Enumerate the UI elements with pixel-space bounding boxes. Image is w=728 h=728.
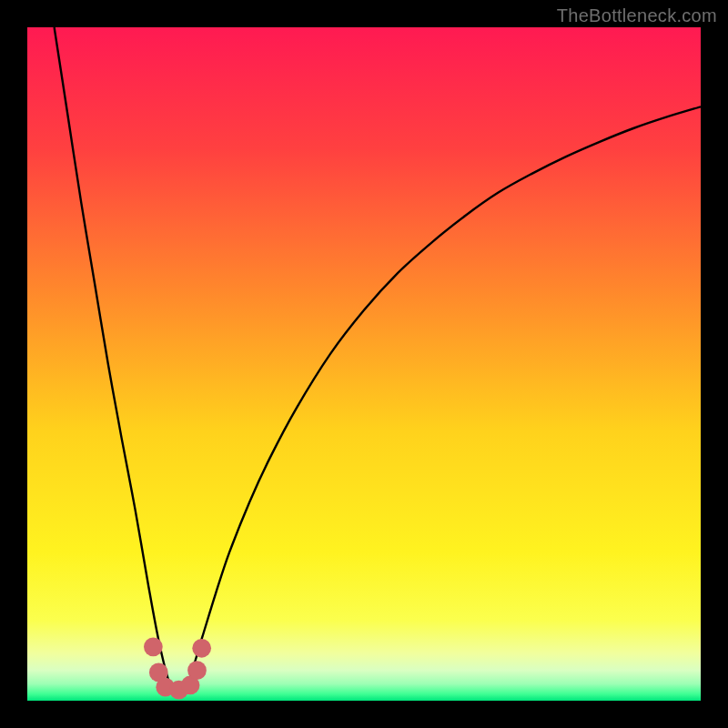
plot-area <box>27 27 701 701</box>
watermark-text: TheBottleneck.com <box>557 5 717 26</box>
curve-marker <box>144 637 163 656</box>
gradient-background <box>27 27 701 701</box>
curve-marker <box>187 661 207 680</box>
chart-svg <box>27 27 701 701</box>
chart-frame: TheBottleneck.com <box>0 0 728 728</box>
curve-marker <box>192 639 211 658</box>
